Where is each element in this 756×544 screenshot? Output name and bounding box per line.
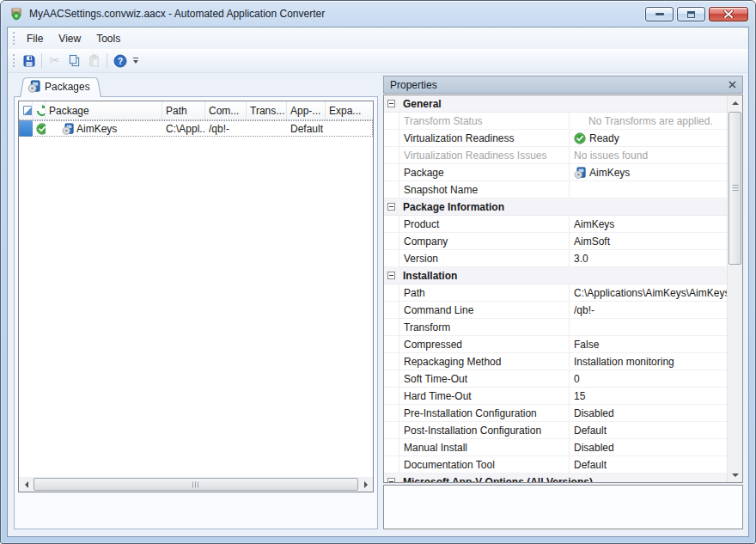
property-value[interactable]: /qb!- <box>570 302 728 318</box>
property-row-manual-install[interactable]: Manual InstallDisabled <box>384 439 728 456</box>
property-row-version[interactable]: Version3.0 <box>384 250 728 267</box>
property-row-product[interactable]: ProductAimKeys <box>384 216 728 233</box>
property-row-path[interactable]: PathC:\Applications\AimKeys\AimKeys.msi <box>384 284 728 302</box>
collapse-icon[interactable] <box>387 203 395 211</box>
column-header-app[interactable]: App-... <box>287 101 326 119</box>
package-icon <box>62 123 74 135</box>
app-icon <box>9 7 23 21</box>
property-row-documentation-tool[interactable]: Documentation ToolDefault <box>384 456 728 474</box>
property-grid: GeneralTransform StatusNo Transforms are… <box>383 95 743 483</box>
property-value[interactable]: AimSoft <box>570 233 728 249</box>
package-row-aimkeys[interactable]: AimKeysC:\Appl.../qb!-Default <box>19 120 373 137</box>
list-empty-area[interactable] <box>19 137 373 477</box>
property-row-command-line[interactable]: Command Line/qb!- <box>384 302 728 319</box>
collapse-icon[interactable] <box>387 100 395 107</box>
property-label: Soft Time-Out <box>399 370 570 387</box>
overflow-bar-icon <box>133 58 138 58</box>
row-gutter <box>384 130 399 146</box>
property-row-post-installation-configuration[interactable]: Post-Installation ConfigurationDefault <box>384 422 728 439</box>
property-row-transform-status[interactable]: Transform StatusNo Transforms are applie… <box>384 113 728 130</box>
group-gutter <box>384 267 399 284</box>
scroll-left-button[interactable] <box>19 477 34 492</box>
property-value[interactable]: No Transforms are applied. <box>570 113 728 129</box>
property-description-box <box>383 485 743 529</box>
properties-close-button[interactable] <box>729 81 736 89</box>
check-circle-icon <box>36 123 46 135</box>
arrow-left-icon <box>25 481 28 488</box>
property-row-hard-time-out[interactable]: Hard Time-Out15 <box>384 388 728 405</box>
save-button[interactable] <box>19 52 39 70</box>
list-rows: AimKeysC:\Appl.../qb!-Default <box>19 120 373 137</box>
property-group-package-information[interactable]: Package Information <box>384 199 728 216</box>
maximize-button[interactable] <box>677 7 705 21</box>
arrow-right-icon <box>364 481 368 488</box>
property-row-compressed[interactable]: CompressedFalse <box>384 336 728 353</box>
property-label: Documentation Tool <box>399 456 570 473</box>
property-value[interactable]: 3.0 <box>570 250 728 266</box>
property-value[interactable]: Disabled <box>570 439 728 455</box>
minimize-button[interactable] <box>645 7 674 21</box>
property-group-microsoft-app-v-options--all-versions-[interactable]: Microsoft App-V Options (All Versions) <box>384 474 728 482</box>
column-header-expa[interactable]: Expa... <box>326 101 373 119</box>
horizontal-scroll-thumb[interactable] <box>34 478 358 491</box>
column-header-package[interactable]: Package <box>46 101 162 119</box>
scroll-down-button[interactable] <box>728 468 742 482</box>
property-value[interactable]: C:\Applications\AimKeys\AimKeys.msi <box>570 284 728 301</box>
property-value[interactable]: Default <box>570 422 728 438</box>
toolbar-grip-handle[interactable] <box>13 54 15 67</box>
copy-button[interactable] <box>64 52 84 70</box>
column-header-path[interactable]: Path <box>162 101 205 119</box>
property-row-transform[interactable]: Transform <box>384 319 728 336</box>
menu-tools[interactable]: Tools <box>88 29 128 48</box>
property-row-repackaging-method[interactable]: Repackaging MethodInstallation monitorin… <box>384 353 728 370</box>
property-value[interactable]: No issues found <box>570 147 728 163</box>
menubar-grip-handle[interactable] <box>13 32 15 45</box>
property-value[interactable]: Ready <box>570 130 728 146</box>
scroll-right-button[interactable] <box>358 477 373 492</box>
close-button[interactable] <box>709 7 748 21</box>
cut-button: ✂ <box>45 52 64 70</box>
help-icon: ? <box>113 54 127 68</box>
collapse-icon[interactable] <box>387 478 395 482</box>
property-value[interactable]: Default <box>570 456 728 473</box>
property-value[interactable]: 0 <box>570 370 728 387</box>
property-value[interactable]: Installation monitoring <box>570 353 728 370</box>
property-row-snapshot-name[interactable]: Snapshot Name <box>384 181 728 199</box>
property-value[interactable]: 15 <box>570 388 728 404</box>
title-bar[interactable]: MyAACSettings.convwiz.aacx - Automated A… <box>1 1 755 26</box>
property-value[interactable]: AimKeys <box>570 164 728 180</box>
column-header-trans[interactable]: Trans... <box>247 101 287 119</box>
menu-file[interactable]: File <box>19 29 51 48</box>
property-group-installation[interactable]: Installation <box>384 267 728 284</box>
row-package-cell: AimKeys <box>46 120 162 137</box>
property-row-company[interactable]: CompanyAimSoft <box>384 233 728 250</box>
row-transform-cell <box>247 120 287 137</box>
property-group-general[interactable]: General <box>384 95 728 113</box>
help-button[interactable]: ? <box>110 52 130 70</box>
property-value[interactable]: False <box>570 336 728 352</box>
list-header: PackagePathCom...Trans...App-...Expa... <box>19 101 373 120</box>
tab-packages[interactable]: Packages <box>20 76 101 97</box>
property-value[interactable] <box>570 181 728 198</box>
scroll-up-button[interactable] <box>728 95 742 110</box>
property-value[interactable]: AimKeys <box>570 216 728 232</box>
property-row-pre-installation-configuration[interactable]: Pre-Installation ConfigurationDisabled <box>384 405 728 422</box>
property-row-virtualization-readiness[interactable]: Virtualization ReadinessReady <box>384 130 728 147</box>
row-gutter <box>384 302 399 318</box>
property-row-virtualization-readiness-issues[interactable]: Virtualization Readiness IssuesNo issues… <box>384 147 728 164</box>
property-row-package[interactable]: PackageAimKeys <box>384 164 728 181</box>
vertical-scroll-thumb[interactable] <box>729 112 741 265</box>
collapse-icon[interactable] <box>387 272 395 279</box>
row-gutter <box>384 319 399 335</box>
property-value[interactable]: Disabled <box>570 405 728 421</box>
menu-view[interactable]: View <box>51 29 88 48</box>
close-icon <box>723 10 734 18</box>
column-header-com[interactable]: Com... <box>205 101 247 119</box>
column-label: Expa... <box>329 105 361 117</box>
property-row-soft-time-out[interactable]: Soft Time-Out0 <box>384 370 728 388</box>
property-label: Snapshot Name <box>399 181 570 198</box>
column-header-refresh[interactable] <box>33 101 46 119</box>
toolbar-overflow-button[interactable] <box>131 52 141 70</box>
column-header-selector[interactable] <box>19 101 33 119</box>
property-value[interactable] <box>570 319 728 335</box>
